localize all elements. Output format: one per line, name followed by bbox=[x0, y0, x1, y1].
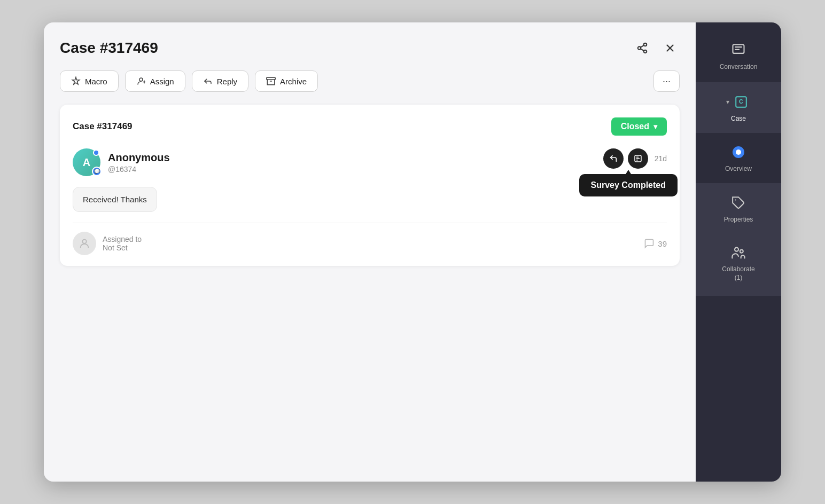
svg-point-24 bbox=[740, 250, 743, 253]
user-name: Anonymous bbox=[108, 152, 170, 164]
person-icon bbox=[79, 238, 90, 249]
sidebar-item-overview[interactable]: Overview bbox=[696, 133, 781, 184]
svg-rect-17 bbox=[733, 45, 744, 53]
close-icon bbox=[664, 42, 676, 54]
message-bubble: Received! Thanks bbox=[73, 187, 157, 212]
reply-button[interactable]: Reply bbox=[192, 70, 248, 92]
survey-tooltip: Survey Completed bbox=[579, 174, 678, 196]
sidebar-label-case: Case bbox=[731, 115, 746, 123]
header: Case #317469 bbox=[60, 38, 680, 58]
toolbar: Macro Assign Reply Archiv bbox=[60, 70, 680, 92]
macro-button[interactable]: Macro bbox=[60, 70, 119, 92]
assign-value: Not Set bbox=[103, 243, 142, 252]
user-details: Anonymous @16374 bbox=[108, 152, 170, 174]
modal: Case #317469 bbox=[44, 22, 781, 482]
message-icon bbox=[644, 238, 655, 249]
overview-icon bbox=[729, 143, 748, 162]
user-handle: @16374 bbox=[108, 165, 170, 174]
properties-icon bbox=[729, 193, 748, 212]
archive-icon bbox=[266, 76, 276, 86]
sidebar-item-properties[interactable]: Properties bbox=[696, 184, 781, 234]
svg-rect-10 bbox=[267, 77, 276, 80]
message-count: 39 bbox=[644, 238, 667, 249]
reply-icon bbox=[203, 76, 213, 86]
sidebar-label-conversation: Conversation bbox=[720, 63, 758, 72]
avatar-wrap: A 💬 bbox=[73, 148, 100, 176]
share-button[interactable] bbox=[633, 38, 652, 58]
case-icon: C bbox=[731, 92, 751, 112]
case-arrow-icon: ▾ bbox=[726, 98, 729, 106]
undo-icon bbox=[609, 154, 618, 163]
macro-icon bbox=[71, 76, 81, 86]
online-dot bbox=[93, 149, 99, 156]
time-ago: 21d bbox=[655, 154, 667, 163]
user-info: A 💬 Anonymous @16374 bbox=[73, 148, 170, 176]
collaborate-icon bbox=[729, 243, 748, 262]
sidebar: Conversation ▾ C Case Over bbox=[696, 22, 781, 482]
close-button[interactable] bbox=[660, 38, 680, 58]
sidebar-item-conversation[interactable]: Conversation bbox=[696, 28, 781, 83]
user-actions: 21d Survey Completed bbox=[603, 148, 667, 169]
chat-icon: 💬 bbox=[92, 167, 102, 176]
case-card-header: Case #317469 Closed ▾ bbox=[73, 117, 667, 136]
undo-button[interactable] bbox=[603, 148, 624, 169]
survey-icon bbox=[634, 154, 642, 163]
user-row: A 💬 Anonymous @16374 bbox=[73, 148, 667, 176]
sidebar-label-collaborate: Collaborate (1) bbox=[722, 265, 754, 282]
sidebar-label-properties: Properties bbox=[724, 216, 753, 224]
main-panel: Case #317469 bbox=[44, 22, 696, 482]
archive-button[interactable]: Archive bbox=[255, 70, 318, 92]
svg-text:C: C bbox=[739, 98, 743, 105]
conversation-icon bbox=[729, 41, 748, 60]
modal-title: Case #317469 bbox=[60, 40, 158, 57]
svg-point-7 bbox=[139, 78, 143, 81]
assign-icon bbox=[136, 76, 146, 86]
status-badge[interactable]: Closed ▾ bbox=[611, 117, 667, 136]
sidebar-item-case[interactable]: ▾ C Case bbox=[696, 83, 781, 133]
svg-line-3 bbox=[641, 49, 644, 51]
share-icon bbox=[636, 42, 648, 54]
assign-details: Assigned to Not Set bbox=[103, 235, 142, 252]
properties-section: Properties Collaborate (1) bbox=[696, 184, 781, 296]
case-card: Case #317469 Closed ▾ A 💬 bbox=[60, 105, 680, 266]
assign-avatar bbox=[73, 232, 96, 255]
case-card-title: Case #317469 bbox=[73, 121, 133, 132]
assign-button[interactable]: Assign bbox=[125, 70, 185, 92]
case-indicator: ▾ C bbox=[726, 92, 751, 112]
svg-point-23 bbox=[735, 248, 738, 251]
sidebar-item-collaborate[interactable]: Collaborate (1) bbox=[696, 233, 781, 295]
chevron-down-icon: ▾ bbox=[653, 122, 657, 131]
svg-point-16 bbox=[82, 240, 86, 243]
assign-row: Assigned to Not Set 39 bbox=[73, 223, 667, 255]
svg-line-4 bbox=[641, 45, 644, 48]
survey-button[interactable] bbox=[628, 148, 648, 169]
header-actions bbox=[633, 38, 680, 58]
assign-user: Assigned to Not Set bbox=[73, 232, 142, 255]
sidebar-label-overview: Overview bbox=[725, 165, 752, 174]
assign-label: Assigned to bbox=[103, 235, 142, 243]
more-button[interactable]: ··· bbox=[653, 70, 680, 92]
